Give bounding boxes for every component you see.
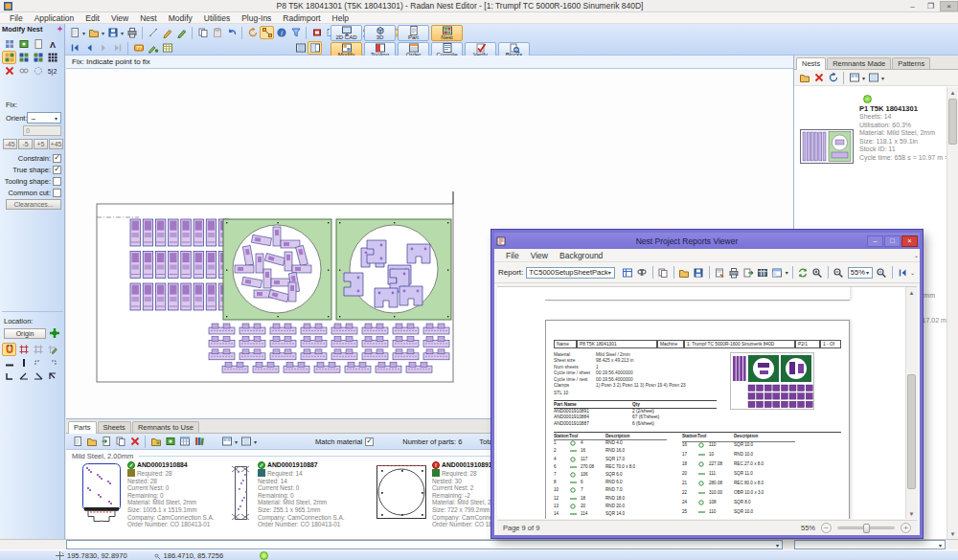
table-icon[interactable] — [177, 435, 192, 448]
main-menu-application[interactable]: Application — [29, 13, 80, 23]
option-checkbox[interactable] — [53, 189, 61, 197]
corner-tr-icon[interactable] — [45, 356, 59, 370]
node-edit-icon[interactable] — [260, 26, 274, 39]
dialog-layout-icon[interactable] — [770, 266, 785, 280]
report-scrollbar[interactable]: ▲▼ — [905, 287, 917, 519]
angle-input[interactable]: 0 — [23, 125, 61, 136]
dialog-refresh2-icon[interactable] — [796, 266, 810, 280]
array-all-icon[interactable] — [45, 51, 59, 64]
dialog-save-icon[interactable] — [692, 266, 706, 280]
grid-edit-icon[interactable] — [45, 343, 59, 356]
restore-button[interactable]: ❐ — [922, 1, 940, 11]
option-checkbox[interactable]: ✓ — [53, 166, 61, 174]
angle-plus45-button[interactable]: +45 — [49, 139, 63, 149]
edge-left-icon[interactable] — [16, 356, 31, 370]
scrollbar-thumb[interactable] — [948, 99, 957, 145]
import-icon[interactable] — [99, 435, 113, 448]
nav-last-icon[interactable] — [110, 41, 125, 55]
grid-hash-icon[interactable] — [16, 343, 31, 356]
option-toolingshape[interactable]: Tooling shape: — [5, 176, 61, 186]
delete-red-icon[interactable] — [127, 435, 142, 448]
dialog-page-setup-icon[interactable] — [713, 266, 727, 280]
match-material-option[interactable]: Match material ✓ — [315, 437, 374, 446]
main-menu-plugins[interactable]: Plug-Ins — [236, 13, 277, 23]
review-badge-icon[interactable]: ?? — [131, 41, 146, 55]
zoom-out-button[interactable]: − — [821, 523, 832, 533]
ratio-icon[interactable]: 5|2 — [45, 64, 59, 78]
nav-first-icon[interactable] — [67, 41, 81, 55]
main-menu-radimport[interactable]: Radimport — [277, 13, 326, 23]
dialog-report-table-icon[interactable] — [756, 266, 770, 280]
filter-icon[interactable] — [288, 26, 303, 39]
pattern-icon[interactable] — [2, 37, 16, 51]
angle-minus5-button[interactable]: -5 — [18, 139, 33, 149]
part-card[interactable]: ✓AND0001910884Required: 28Nested: 28Curr… — [80, 461, 215, 528]
option-constrain[interactable]: Constrain:✓ — [18, 153, 61, 163]
dropdown-caret-icon[interactable]: ▾ — [121, 30, 124, 36]
copy-icon[interactable] — [195, 26, 210, 39]
main-menu-modify[interactable]: Modify — [163, 13, 198, 23]
tab-remnants-made[interactable]: Remnants Made — [827, 57, 891, 69]
grid-dim-icon[interactable] — [31, 343, 45, 356]
angle-135-icon[interactable] — [31, 370, 45, 383]
angle-45-icon[interactable] — [16, 370, 31, 383]
dialog-copy-icon[interactable] — [656, 266, 671, 280]
scroll-down-icon[interactable]: ▼ — [947, 528, 958, 539]
sheet-doc-icon[interactable] — [31, 37, 45, 51]
corner-tl-icon[interactable] — [31, 356, 45, 370]
undo-icon[interactable] — [224, 26, 239, 39]
zoom-select[interactable]: 55%▾ — [848, 267, 873, 279]
angle-minus45-button[interactable]: -45 — [3, 139, 17, 149]
grid-table-icon[interactable] — [160, 41, 174, 55]
dialog-open-folder-icon[interactable] — [677, 266, 692, 280]
dialog-menu-view[interactable]: View — [525, 251, 554, 260]
print-icon[interactable] — [125, 26, 139, 39]
copy-icon[interactable] — [113, 435, 127, 448]
thumb-view-icon[interactable] — [847, 71, 861, 84]
pencil-green-icon[interactable] — [174, 26, 189, 39]
menu-overflow-icon[interactable]: ⌄ — [914, 252, 919, 258]
scroll-up-icon[interactable]: ▲ — [947, 87, 958, 98]
main-menu-nest[interactable]: Nest — [134, 13, 162, 23]
report-select[interactable]: TC5000SetupSheetPack▾ — [526, 267, 615, 279]
split-view-icon[interactable] — [308, 41, 322, 55]
measure-icon[interactable] — [146, 26, 160, 39]
annotate-icon[interactable] — [146, 41, 160, 55]
panel-pin-icon[interactable]: ✦ — [57, 25, 63, 34]
new-document-icon[interactable] — [67, 26, 81, 39]
main-menu-edit[interactable]: Edit — [80, 13, 105, 23]
dialog-minimize-button[interactable]: – — [867, 235, 883, 247]
edge-bottom-icon[interactable] — [2, 356, 16, 370]
close-button[interactable]: × — [940, 1, 958, 11]
pencil-icon[interactable] — [160, 26, 174, 39]
nests-filter-select[interactable]: ▾ — [794, 540, 946, 549]
clamp-icon[interactable] — [309, 26, 324, 39]
report-preview-area[interactable]: Name P8 T5K 18041301 Machine 1: Trumpf T… — [497, 286, 917, 519]
zoom-in-button[interactable]: + — [901, 523, 911, 533]
dialog-maximize-button[interactable]: □ — [884, 235, 901, 247]
scroll-up-icon[interactable]: ▲ — [906, 287, 917, 298]
refresh-icon[interactable] — [245, 26, 260, 39]
nest-list-scrollbar[interactable]: ▲▼ — [947, 87, 958, 539]
dialog-export-icon[interactable] — [741, 266, 756, 280]
main-menu-utilities[interactable]: Utilities — [198, 13, 236, 23]
dialog-nav-first-icon[interactable] — [896, 266, 910, 280]
ribbon-3d-button[interactable]: 3D — [364, 25, 396, 41]
nav-prev-icon[interactable] — [81, 41, 96, 55]
ribbon-part-button[interactable]: Part — [398, 25, 429, 41]
nav-next-icon[interactable] — [96, 41, 110, 55]
ribbon-nest-button[interactable]: Nest — [431, 25, 463, 41]
match-material-checkbox[interactable]: ✓ — [365, 437, 374, 446]
scrollbar-thumb[interactable] — [907, 374, 916, 489]
option-trueshape[interactable]: True shape:✓ — [12, 165, 61, 174]
detail-view-icon[interactable] — [239, 435, 253, 448]
tab-parts[interactable]: Parts — [68, 421, 97, 434]
new-document-icon[interactable] — [70, 435, 84, 448]
minimize-button[interactable]: – — [903, 1, 922, 11]
dropdown-caret-icon[interactable]: ▾ — [881, 75, 884, 81]
dropdown-caret-icon[interactable]: ▾ — [82, 30, 85, 36]
main-menu-help[interactable]: Help — [327, 13, 354, 23]
chain-icon[interactable] — [16, 64, 31, 78]
dropdown-caret-icon[interactable]: ▾ — [254, 438, 257, 445]
dialog-close-button[interactable]: × — [901, 235, 918, 247]
